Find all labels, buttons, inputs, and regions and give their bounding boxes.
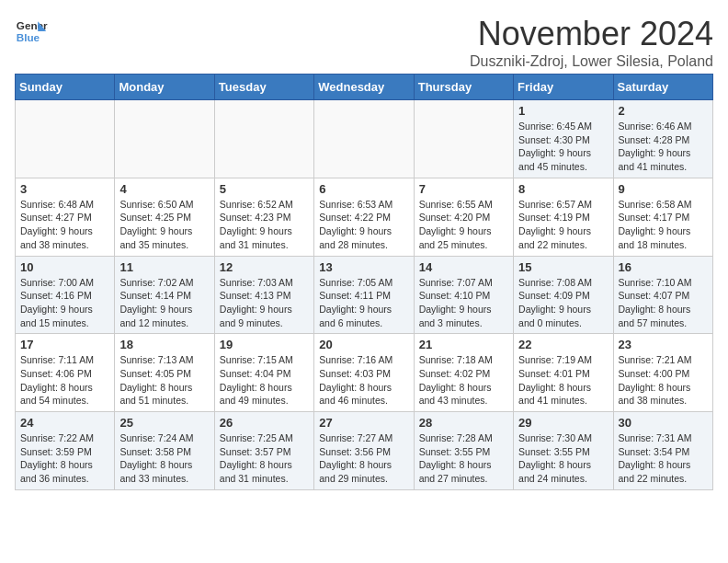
calendar-cell: 1Sunrise: 6:45 AM Sunset: 4:30 PM Daylig… bbox=[514, 100, 613, 178]
calendar-cell: 3Sunrise: 6:48 AM Sunset: 4:27 PM Daylig… bbox=[16, 178, 115, 256]
calendar-cell: 21Sunrise: 7:18 AM Sunset: 4:02 PM Dayli… bbox=[414, 334, 513, 412]
calendar-cell: 14Sunrise: 7:07 AM Sunset: 4:10 PM Dayli… bbox=[414, 256, 513, 334]
calendar-cell: 10Sunrise: 7:00 AM Sunset: 4:16 PM Dayli… bbox=[16, 256, 115, 334]
calendar-cell: 16Sunrise: 7:10 AM Sunset: 4:07 PM Dayli… bbox=[613, 256, 712, 334]
day-number: 22 bbox=[518, 338, 608, 351]
day-info: Sunrise: 6:50 AM Sunset: 4:25 PM Dayligh… bbox=[119, 198, 209, 252]
calendar-cell bbox=[314, 100, 414, 178]
day-info: Sunrise: 7:05 AM Sunset: 4:11 PM Dayligh… bbox=[319, 276, 408, 330]
day-info: Sunrise: 6:46 AM Sunset: 4:28 PM Dayligh… bbox=[619, 120, 708, 174]
day-info: Sunrise: 7:02 AM Sunset: 4:14 PM Dayligh… bbox=[119, 276, 209, 330]
day-number: 3 bbox=[20, 182, 109, 196]
day-number: 12 bbox=[220, 260, 309, 274]
day-number: 11 bbox=[119, 260, 209, 274]
calendar-cell: 20Sunrise: 7:16 AM Sunset: 4:03 PM Dayli… bbox=[314, 334, 414, 412]
weekday-header-thursday: Thursday bbox=[414, 75, 513, 100]
day-number: 1 bbox=[518, 104, 608, 118]
calendar-table: SundayMondayTuesdayWednesdayThursdayFrid… bbox=[15, 74, 713, 490]
day-number: 30 bbox=[619, 416, 708, 430]
calendar-cell bbox=[16, 100, 115, 178]
day-number: 17 bbox=[20, 338, 109, 351]
calendar-cell bbox=[214, 100, 313, 178]
title-area: November 2024 Duszniki-Zdroj, Lower Sile… bbox=[470, 15, 713, 70]
weekday-header-row: SundayMondayTuesdayWednesdayThursdayFrid… bbox=[16, 75, 713, 100]
day-info: Sunrise: 7:07 AM Sunset: 4:10 PM Dayligh… bbox=[419, 276, 508, 330]
day-info: Sunrise: 7:30 AM Sunset: 3:55 PM Dayligh… bbox=[518, 431, 608, 486]
day-info: Sunrise: 7:10 AM Sunset: 4:07 PM Dayligh… bbox=[619, 276, 708, 330]
day-info: Sunrise: 6:52 AM Sunset: 4:23 PM Dayligh… bbox=[220, 198, 309, 252]
svg-text:Blue: Blue bbox=[17, 31, 40, 43]
day-info: Sunrise: 7:31 AM Sunset: 3:54 PM Dayligh… bbox=[619, 431, 708, 486]
day-info: Sunrise: 7:15 AM Sunset: 4:04 PM Dayligh… bbox=[220, 353, 309, 408]
day-number: 29 bbox=[518, 416, 608, 430]
day-number: 13 bbox=[319, 260, 408, 274]
month-title: November 2024 bbox=[470, 15, 713, 53]
logo-icon: General Blue bbox=[15, 15, 48, 48]
day-info: Sunrise: 6:45 AM Sunset: 4:30 PM Dayligh… bbox=[518, 120, 608, 174]
day-info: Sunrise: 7:00 AM Sunset: 4:16 PM Dayligh… bbox=[20, 276, 109, 330]
calendar-cell: 6Sunrise: 6:53 AM Sunset: 4:22 PM Daylig… bbox=[314, 178, 414, 256]
calendar-cell: 11Sunrise: 7:02 AM Sunset: 4:14 PM Dayli… bbox=[115, 256, 214, 334]
day-number: 18 bbox=[119, 338, 209, 351]
weekday-header-wednesday: Wednesday bbox=[314, 75, 414, 100]
day-number: 9 bbox=[619, 182, 708, 196]
calendar-cell: 19Sunrise: 7:15 AM Sunset: 4:04 PM Dayli… bbox=[214, 334, 313, 412]
day-number: 23 bbox=[619, 338, 708, 351]
logo: General Blue bbox=[15, 15, 48, 48]
calendar-week-row: 17Sunrise: 7:11 AM Sunset: 4:06 PM Dayli… bbox=[16, 334, 713, 412]
day-number: 27 bbox=[319, 416, 408, 430]
day-number: 10 bbox=[20, 260, 109, 274]
weekday-header-saturday: Saturday bbox=[613, 75, 712, 100]
calendar-week-row: 24Sunrise: 7:22 AM Sunset: 3:59 PM Dayli… bbox=[16, 412, 713, 490]
calendar-cell: 7Sunrise: 6:55 AM Sunset: 4:20 PM Daylig… bbox=[414, 178, 513, 256]
calendar-cell: 15Sunrise: 7:08 AM Sunset: 4:09 PM Dayli… bbox=[514, 256, 613, 334]
calendar-week-row: 10Sunrise: 7:00 AM Sunset: 4:16 PM Dayli… bbox=[16, 256, 713, 334]
day-info: Sunrise: 7:16 AM Sunset: 4:03 PM Dayligh… bbox=[319, 353, 408, 408]
header: General Blue November 2024 Duszniki-Zdro… bbox=[15, 15, 713, 70]
day-info: Sunrise: 7:18 AM Sunset: 4:02 PM Dayligh… bbox=[419, 353, 508, 408]
day-number: 25 bbox=[119, 416, 209, 430]
day-info: Sunrise: 6:55 AM Sunset: 4:20 PM Dayligh… bbox=[419, 198, 508, 252]
calendar-cell: 27Sunrise: 7:27 AM Sunset: 3:56 PM Dayli… bbox=[314, 412, 414, 490]
calendar-cell bbox=[115, 100, 214, 178]
day-info: Sunrise: 7:08 AM Sunset: 4:09 PM Dayligh… bbox=[518, 276, 608, 330]
calendar-week-row: 1Sunrise: 6:45 AM Sunset: 4:30 PM Daylig… bbox=[16, 100, 713, 178]
calendar-cell: 24Sunrise: 7:22 AM Sunset: 3:59 PM Dayli… bbox=[16, 412, 115, 490]
day-number: 2 bbox=[619, 104, 708, 118]
calendar-cell: 28Sunrise: 7:28 AM Sunset: 3:55 PM Dayli… bbox=[414, 412, 513, 490]
day-number: 21 bbox=[419, 338, 508, 351]
day-info: Sunrise: 7:25 AM Sunset: 3:57 PM Dayligh… bbox=[220, 431, 309, 486]
day-number: 19 bbox=[220, 338, 309, 351]
calendar-cell: 12Sunrise: 7:03 AM Sunset: 4:13 PM Dayli… bbox=[214, 256, 313, 334]
weekday-header-tuesday: Tuesday bbox=[214, 75, 313, 100]
day-number: 4 bbox=[119, 182, 209, 196]
day-info: Sunrise: 6:48 AM Sunset: 4:27 PM Dayligh… bbox=[20, 198, 109, 252]
calendar-cell: 18Sunrise: 7:13 AM Sunset: 4:05 PM Dayli… bbox=[115, 334, 214, 412]
calendar-cell: 30Sunrise: 7:31 AM Sunset: 3:54 PM Dayli… bbox=[613, 412, 712, 490]
day-number: 8 bbox=[518, 182, 608, 196]
day-info: Sunrise: 7:27 AM Sunset: 3:56 PM Dayligh… bbox=[319, 431, 408, 486]
day-info: Sunrise: 7:03 AM Sunset: 4:13 PM Dayligh… bbox=[220, 276, 309, 330]
calendar-cell: 8Sunrise: 6:57 AM Sunset: 4:19 PM Daylig… bbox=[514, 178, 613, 256]
day-number: 5 bbox=[220, 182, 309, 196]
day-info: Sunrise: 6:58 AM Sunset: 4:17 PM Dayligh… bbox=[619, 198, 708, 252]
day-info: Sunrise: 7:13 AM Sunset: 4:05 PM Dayligh… bbox=[119, 353, 209, 408]
day-info: Sunrise: 7:24 AM Sunset: 3:58 PM Dayligh… bbox=[119, 431, 209, 486]
calendar-cell: 29Sunrise: 7:30 AM Sunset: 3:55 PM Dayli… bbox=[514, 412, 613, 490]
day-info: Sunrise: 7:19 AM Sunset: 4:01 PM Dayligh… bbox=[518, 353, 608, 408]
calendar-cell: 17Sunrise: 7:11 AM Sunset: 4:06 PM Dayli… bbox=[16, 334, 115, 412]
day-number: 20 bbox=[319, 338, 408, 351]
calendar-week-row: 3Sunrise: 6:48 AM Sunset: 4:27 PM Daylig… bbox=[16, 178, 713, 256]
calendar-cell: 13Sunrise: 7:05 AM Sunset: 4:11 PM Dayli… bbox=[314, 256, 414, 334]
day-info: Sunrise: 6:57 AM Sunset: 4:19 PM Dayligh… bbox=[518, 198, 608, 252]
day-number: 6 bbox=[319, 182, 408, 196]
calendar-cell: 5Sunrise: 6:52 AM Sunset: 4:23 PM Daylig… bbox=[214, 178, 313, 256]
calendar-cell bbox=[414, 100, 513, 178]
day-number: 28 bbox=[419, 416, 508, 430]
weekday-header-sunday: Sunday bbox=[16, 75, 115, 100]
day-number: 14 bbox=[419, 260, 508, 274]
weekday-header-friday: Friday bbox=[514, 75, 613, 100]
calendar-cell: 9Sunrise: 6:58 AM Sunset: 4:17 PM Daylig… bbox=[613, 178, 712, 256]
weekday-header-monday: Monday bbox=[115, 75, 214, 100]
day-info: Sunrise: 7:11 AM Sunset: 4:06 PM Dayligh… bbox=[20, 353, 109, 408]
